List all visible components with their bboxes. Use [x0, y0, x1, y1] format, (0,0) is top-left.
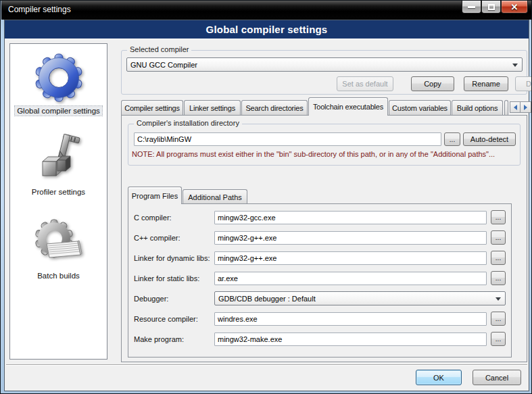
auto-detect-button[interactable]: Auto-detect: [463, 132, 516, 146]
minimize-icon: [468, 6, 475, 8]
field-row-resource-compiler: Resource compiler: ...: [134, 312, 507, 326]
caliper-icon: [34, 130, 83, 183]
delete-button[interactable]: Delete: [515, 76, 532, 91]
browse-directory-button[interactable]: ...: [444, 132, 460, 146]
c-compiler-browse-button[interactable]: ...: [491, 210, 506, 224]
set-as-default-button[interactable]: Set as default: [337, 76, 393, 91]
tab-scroll-left-button[interactable]: [510, 101, 521, 113]
tab-search-directories[interactable]: Search directories: [241, 100, 308, 115]
field-label: Make program:: [134, 335, 214, 343]
sidebar-item-profiler-settings[interactable]: Profiler settings: [10, 130, 107, 197]
field-row-make-program: Make program: ...: [134, 332, 507, 346]
subtab-additional-paths[interactable]: Additional Paths: [183, 189, 247, 204]
field-label: C++ compiler:: [134, 234, 214, 242]
sidebar-item-label: Batch builds: [35, 271, 82, 280]
toolchain-executables-panel: Compiler's installation directory ... Au…: [121, 115, 527, 362]
gray-gear-stack-icon: [33, 214, 84, 267]
field-label: Resource compiler:: [134, 315, 214, 323]
installation-directory-input[interactable]: [134, 132, 441, 146]
cpp-compiler-input[interactable]: [214, 231, 487, 245]
cpp-compiler-browse-button[interactable]: ...: [491, 230, 506, 245]
c-compiler-input[interactable]: [214, 211, 487, 224]
titlebar[interactable]: Compiler settings ✕: [1, 1, 532, 20]
sidebar-item-batch-builds[interactable]: Batch builds: [10, 214, 107, 280]
compiler-settings-dialog: Compiler settings ✕ Global compiler sett…: [0, 0, 532, 394]
resource-compiler-browse-button[interactable]: ...: [491, 312, 506, 326]
make-program-browse-button[interactable]: ...: [491, 332, 506, 346]
minimize-button[interactable]: [462, 1, 481, 14]
linker-dynamic-input[interactable]: [214, 251, 487, 265]
selected-compiler-legend: Selected compiler: [127, 45, 191, 53]
tab-toolchain-executables[interactable]: Toolchain executables: [308, 97, 388, 116]
linker-static-browse-button[interactable]: ...: [491, 271, 506, 285]
field-row-linker-static: Linker for static libs: ...: [134, 271, 507, 285]
tab-scroll-right-button[interactable]: [521, 101, 531, 113]
field-label: Linker for static libs:: [134, 274, 214, 282]
field-row-cpp-compiler: C++ compiler: ...: [134, 230, 507, 245]
resource-compiler-input[interactable]: [214, 312, 487, 326]
rename-button[interactable]: Rename: [464, 76, 508, 91]
sidebar-item-label: Global compiler settings: [15, 106, 102, 116]
selected-compiler-group: Selected compiler GNU GCC Compiler Set a…: [121, 50, 527, 95]
debugger-select[interactable]: GDB/CDB debugger : Default: [214, 291, 506, 305]
installation-directory-legend: Compiler's installation directory: [134, 119, 242, 127]
ok-button[interactable]: OK: [416, 370, 462, 385]
page-banner: Global compiler settings: [5, 20, 529, 39]
field-row-debugger: Debugger: GDB/CDB debugger : Default: [134, 291, 507, 305]
maximize-button[interactable]: [481, 1, 501, 14]
close-button[interactable]: ✕: [501, 1, 528, 14]
cancel-button[interactable]: Cancel: [473, 370, 521, 385]
tab-build-options[interactable]: Build options: [452, 100, 503, 115]
chevron-down-icon: [495, 297, 501, 301]
field-label: Debugger:: [134, 295, 214, 303]
tab-custom-variables[interactable]: Custom variables: [389, 100, 451, 115]
field-label: Linker for dynamic libs:: [134, 254, 214, 262]
compiler-select-value: GNU GCC Compiler: [130, 61, 197, 69]
make-program-input[interactable]: [214, 333, 487, 346]
window-controls: ✕: [462, 1, 528, 14]
tab-compiler-settings[interactable]: Compiler settings: [121, 100, 183, 115]
tab-scroll-buttons: [510, 101, 531, 113]
field-label: C compiler:: [134, 214, 214, 222]
tab-linker-settings[interactable]: Linker settings: [184, 100, 241, 115]
page-title: Global compiler settings: [206, 24, 328, 35]
dialog-body: Global compiler settings: [4, 20, 529, 391]
window-title: Compiler settings: [8, 5, 71, 14]
blue-gear-icon: [34, 49, 83, 102]
arrow-left-icon: [514, 105, 517, 110]
note-text: NOTE: All programs must exist either in …: [132, 150, 495, 158]
installation-directory-group: Compiler's installation directory ... Au…: [128, 124, 521, 166]
debugger-select-value: GDB/CDB debugger : Default: [218, 295, 316, 303]
footer-separator: [6, 364, 527, 366]
subtab-program-files[interactable]: Program Files: [128, 187, 182, 204]
linker-dynamic-browse-button[interactable]: ...: [491, 251, 506, 265]
sidebar-item-global-compiler-settings[interactable]: Global compiler settings: [10, 49, 107, 116]
sidebar-item-label: Profiler settings: [30, 187, 87, 197]
field-row-linker-dynamic: Linker for dynamic libs: ...: [134, 251, 507, 265]
arrow-right-icon: [524, 105, 527, 110]
maximize-icon: [488, 4, 495, 10]
close-icon: ✕: [511, 3, 518, 11]
installation-directory-row: ... Auto-detect: [134, 132, 516, 146]
tab-partial[interactable]: [504, 100, 508, 115]
compiler-select[interactable]: GNU GCC Compiler: [126, 57, 523, 72]
chevron-down-icon: [512, 64, 518, 67]
field-row-c-compiler: C compiler: ...: [134, 210, 507, 224]
program-files-panel: C compiler: ... C++ compiler: ... Linker…: [128, 203, 512, 358]
copy-button[interactable]: Copy: [411, 76, 454, 91]
linker-static-input[interactable]: [214, 272, 487, 285]
settings-sidebar: Global compiler settings: [9, 43, 107, 360]
